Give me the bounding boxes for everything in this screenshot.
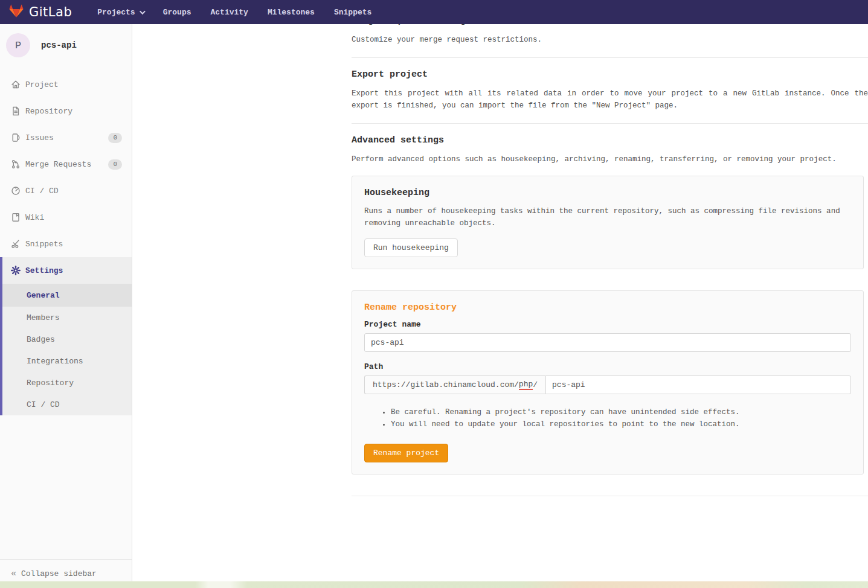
chevron-down-icon [140,8,146,14]
project-name: pcs-api [41,40,77,50]
sidebar-nav: Project Repository Issues 0 [0,66,132,415]
sidebar-subitem-integrations[interactable]: Integrations [2,350,132,372]
nav-milestones[interactable]: Milestones [258,0,324,24]
nav-projects[interactable]: Projects [88,0,153,24]
nav-groups[interactable]: Groups [153,0,201,24]
path-prefix-highlight: php [519,380,533,390]
sidebar-item-label: Project [25,80,122,89]
project-name-input[interactable] [364,333,851,352]
sidebar-item-label: Issues [25,133,108,142]
section-divider [352,57,868,58]
section-description: Customize your merge request restriction… [352,34,868,46]
settings-section: Settings General Members Badges Integrat… [0,257,132,415]
bottom-page-strip [0,581,868,588]
sidebar-item-project[interactable]: Project [0,71,132,98]
sidebar-item-label: CI / CD [25,187,122,196]
sidebar-subitem-ci-cd[interactable]: CI / CD [2,394,132,415]
section-divider [352,123,868,124]
rename-project-button[interactable]: Rename project [364,444,448,462]
housekeeping-description: Runs a number of housekeeping tasks with… [364,205,851,229]
settings-general-content: Merge request settings Customize your me… [132,0,868,496]
sidebar-item-label: Snippets [25,240,122,249]
brand-name: GitLab [29,5,72,19]
sidebar-subitem-repository[interactable]: Repository [2,372,132,394]
rename-repository-card: Rename repository Project name Path http… [352,290,864,475]
rename-repository-title: Rename repository [364,302,851,313]
path-label: Path [364,362,851,371]
gear-icon [11,266,21,275]
gitlab-logo-icon [8,3,24,22]
section-description: Perform advanced options such as houseke… [352,153,868,165]
path-prefix-text: https://gitlab.chinamcloud.com/ [373,380,519,389]
sidebar-item-repository[interactable]: Repository [0,98,132,124]
rename-warnings-list: Be careful. Renaming a project's reposit… [364,406,851,430]
gauge-icon [11,186,21,196]
sidebar-subitem-members[interactable]: Members [2,307,132,328]
sidebar-item-ci-cd[interactable]: CI / CD [0,177,132,204]
section-title: Export project [352,69,868,80]
top-navbar: GitLab Projects Groups Activity Mileston… [0,0,868,24]
sidebar-item-label: Wiki [25,213,122,222]
project-sidebar: P pcs-api Project Repository [0,24,132,588]
issues-count-badge: 0 [108,133,122,143]
sidebar-item-label: Repository [25,107,122,116]
section-title: Advanced settings [352,135,868,145]
rename-warning-item: Be careful. Renaming a project's reposit… [391,406,851,418]
advanced-settings-section: Advanced settings Perform advanced optio… [352,135,868,165]
scissors-icon [11,239,21,249]
rename-warning-item: You will need to update your local repos… [391,418,851,430]
sidebar-item-wiki[interactable]: Wiki [0,204,132,231]
sidebar-item-issues[interactable]: Issues 0 [0,124,132,151]
top-nav-links: Projects Groups Activity Milestones Snip… [88,0,381,24]
section-divider [352,496,868,496]
housekeeping-title: Housekeeping [364,188,851,198]
merge-requests-count-badge: 0 [108,159,122,170]
path-input-group: https://gitlab.chinamcloud.com/php/ [364,375,851,394]
sidebar-item-label: Settings [25,266,122,275]
sidebar-subitem-badges[interactable]: Badges [2,328,132,350]
sidebar-item-merge-requests[interactable]: Merge Requests 0 [0,151,132,177]
book-icon [11,213,21,222]
sidebar-item-settings[interactable]: Settings [2,257,132,284]
project-avatar: P [6,33,30,57]
angle-double-left-icon: « [11,569,16,579]
run-housekeeping-button[interactable]: Run housekeeping [364,238,458,257]
file-icon [11,106,21,116]
path-url-prefix: https://gitlab.chinamcloud.com/php/ [364,375,545,394]
project-context[interactable]: P pcs-api [0,24,132,66]
nav-projects-label: Projects [97,8,135,17]
issues-icon [11,133,21,142]
nav-activity[interactable]: Activity [201,0,257,24]
project-name-label: Project name [364,320,851,329]
housekeeping-card: Housekeeping Runs a number of housekeepi… [352,176,864,269]
nav-snippets[interactable]: Snippets [324,0,381,24]
collapse-sidebar-label: Collapse sidebar [21,569,97,578]
sidebar-item-label: Merge Requests [25,160,108,169]
sidebar-subitem-general[interactable]: General [2,284,132,307]
path-prefix-slash: / [533,380,538,389]
section-description: Export this project with all its related… [352,88,868,112]
export-project-section: Export project Export this project with … [352,69,868,112]
sidebar-item-snippets[interactable]: Snippets [0,231,132,257]
gitlab-brand[interactable]: GitLab [0,3,79,22]
path-input[interactable] [545,375,851,394]
home-icon [11,80,21,89]
merge-request-icon [11,159,21,169]
